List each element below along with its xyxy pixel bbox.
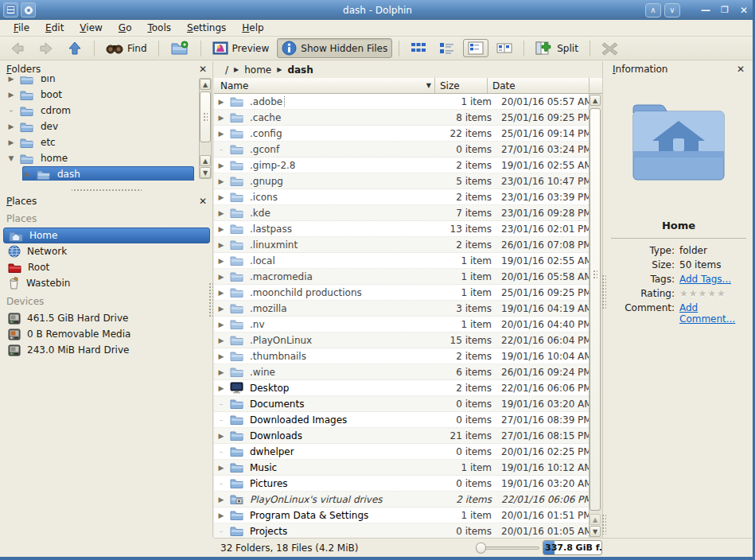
expander-icon[interactable]: ▶ bbox=[214, 98, 225, 106]
details-view-button[interactable] bbox=[463, 39, 488, 57]
file-row[interactable]: ▶.kde7 items23/01/16 09:28 PM bbox=[214, 205, 589, 221]
breadcrumb-current[interactable]: dash bbox=[287, 64, 313, 76]
panel-splitter-handle[interactable] bbox=[0, 187, 213, 193]
file-row[interactable]: ▶.nv1 item20/01/16 04:40 PM bbox=[214, 317, 589, 332]
file-row[interactable]: –Downloaded Images0 items27/01/16 08:39 … bbox=[214, 412, 589, 428]
file-row[interactable]: –Pictures0 items19/01/16 03:20 AM bbox=[214, 476, 589, 492]
menu-tools[interactable]: Tools bbox=[140, 21, 178, 35]
menu-view[interactable]: View bbox=[72, 21, 109, 35]
expander-icon[interactable]: ▶ bbox=[214, 289, 225, 297]
scroll-up-icon[interactable]: ▲ bbox=[590, 95, 601, 106]
scrollbar-thumb[interactable] bbox=[200, 91, 211, 142]
file-row[interactable]: –dwhelper0 items20/01/16 02:25 PM bbox=[214, 444, 589, 460]
zoom-slider-handle[interactable] bbox=[476, 542, 486, 554]
expander-icon[interactable]: ▶ bbox=[214, 305, 225, 313]
expander-icon[interactable]: ▼ bbox=[6, 154, 16, 162]
folder-tree-item-cdrom[interactable]: –cdrom bbox=[6, 103, 197, 119]
file-row[interactable]: ▶.macromedia1 item20/01/16 05:58 AM bbox=[214, 269, 589, 285]
expander-icon[interactable]: ▶ bbox=[214, 384, 225, 392]
expander-icon[interactable]: ▶ bbox=[214, 161, 225, 169]
close-split-button[interactable] bbox=[597, 39, 624, 58]
file-row[interactable]: ▶.local1 item19/01/16 02:55 AM bbox=[214, 253, 589, 269]
columns-view-button[interactable] bbox=[492, 39, 517, 57]
place-item-0-b-removable-media[interactable]: 0 B Removable Media bbox=[3, 326, 210, 342]
expander-icon[interactable]: ▶ bbox=[214, 177, 225, 185]
file-row[interactable]: ▶.wine6 items26/01/16 09:24 PM bbox=[214, 364, 589, 380]
place-item-243-0-mib-hard-drive[interactable]: 243.0 MiB Hard Drive bbox=[3, 342, 210, 358]
back-button[interactable] bbox=[5, 39, 30, 58]
splitter-handle[interactable] bbox=[208, 282, 213, 317]
expander-icon[interactable]: ▶ bbox=[6, 122, 16, 130]
folders-panel-close-icon[interactable]: ✕ bbox=[199, 64, 207, 75]
expander-icon[interactable]: ▶ bbox=[214, 130, 225, 138]
menu-edit[interactable]: Edit bbox=[38, 21, 71, 35]
expander-icon[interactable]: ▶ bbox=[6, 138, 16, 146]
file-row[interactable]: –Documents0 items19/01/16 03:20 AM bbox=[214, 396, 589, 412]
column-header-size[interactable]: Size bbox=[434, 78, 487, 93]
breadcrumb-home[interactable]: home bbox=[244, 64, 271, 76]
file-row[interactable]: ▶Program Data & Settings1 item20/01/16 0… bbox=[214, 508, 589, 523]
expander-icon[interactable]: ▶ bbox=[214, 336, 225, 344]
minimize-button[interactable]: — bbox=[698, 3, 714, 18]
forward-button[interactable] bbox=[33, 39, 59, 58]
new-folder-button[interactable] bbox=[165, 38, 194, 59]
splitter-handle[interactable] bbox=[601, 514, 606, 535]
zoom-slider[interactable] bbox=[476, 542, 539, 554]
add-tags-link[interactable]: Add Tags... bbox=[679, 274, 731, 285]
column-header-date[interactable]: Date bbox=[487, 78, 589, 93]
folder-tree-item-etc[interactable]: ▶etc bbox=[6, 134, 197, 150]
expander-icon[interactable]: ▶ bbox=[214, 114, 225, 122]
split-button[interactable]: Split bbox=[531, 39, 583, 58]
file-row[interactable]: ▶Music1 item19/01/16 10:12 AM bbox=[214, 460, 589, 476]
file-list-scrollbar[interactable]: ▲ ▲ ▼ bbox=[589, 94, 602, 538]
places-panel-close-icon[interactable]: ✕ bbox=[199, 196, 207, 207]
expander-icon[interactable]: ▶ bbox=[214, 241, 225, 249]
expander-icon[interactable]: ▶ bbox=[23, 170, 33, 178]
file-row[interactable]: ▶.cache8 items25/01/16 09:25 PM bbox=[214, 110, 589, 126]
file-row[interactable]: ▶Downloads21 items27/01/16 08:15 PM bbox=[214, 428, 589, 444]
find-button[interactable]: Find bbox=[101, 40, 152, 57]
folder-tree-item-home[interactable]: ▼home bbox=[6, 150, 197, 166]
file-row[interactable]: –Projects0 items20/01/16 01:05 AM bbox=[214, 523, 589, 538]
file-row[interactable]: ▶.config22 items25/01/16 09:14 PM bbox=[214, 126, 589, 142]
folder-tree-item-dev[interactable]: ▶dev bbox=[6, 119, 197, 134]
expander-icon[interactable]: ▶ bbox=[214, 368, 225, 376]
expander-icon[interactable]: ▶ bbox=[214, 257, 225, 265]
maximize-button[interactable]: ❐ bbox=[717, 3, 733, 18]
expander-icon[interactable]: ▶ bbox=[214, 432, 225, 440]
expander-icon[interactable]: ▶ bbox=[214, 225, 225, 233]
place-item-461-5-gib-hard-drive[interactable]: 461.5 GiB Hard Drive bbox=[3, 310, 210, 326]
expander-icon[interactable]: ▶ bbox=[214, 273, 225, 281]
folder-tree-item-dash[interactable]: ▶dash bbox=[22, 166, 194, 181]
expander-icon[interactable]: ▶ bbox=[6, 76, 16, 83]
file-row[interactable]: ▶.adobe1 item20/01/16 05:57 AM bbox=[214, 94, 589, 110]
place-item-home[interactable]: Home bbox=[3, 228, 210, 243]
file-row[interactable]: ▶.PlayOnLinux15 items22/01/16 06:04 PM bbox=[214, 332, 589, 348]
compact-view-button[interactable] bbox=[434, 39, 460, 57]
scroll-up-icon[interactable]: ▲ bbox=[590, 514, 601, 525]
menu-help[interactable]: Help bbox=[235, 21, 270, 35]
splitter-handle[interactable] bbox=[601, 274, 606, 309]
scroll-down-icon[interactable]: ▼ bbox=[590, 526, 601, 537]
menu-settings[interactable]: Settings bbox=[180, 21, 233, 35]
file-row[interactable]: ▶.gnupg5 items23/01/16 10:47 PM bbox=[214, 173, 589, 189]
keep-above-button[interactable]: ∧ bbox=[645, 3, 661, 18]
expander-icon[interactable]: ▶ bbox=[214, 511, 225, 519]
show-hidden-files-button[interactable]: Show Hidden Files bbox=[277, 38, 392, 58]
breadcrumb-root[interactable]: / bbox=[225, 64, 228, 76]
place-item-wastebin[interactable]: Wastebin bbox=[3, 275, 210, 291]
file-row[interactable]: ▶PlayOnLinux's virtual drives2 items22/0… bbox=[214, 492, 589, 508]
file-row[interactable]: ▶.mozilla3 items19/01/16 04:19 AM bbox=[214, 301, 589, 317]
expander-icon[interactable]: ▶ bbox=[214, 496, 225, 504]
file-row[interactable]: ▶.moonchild productions1 item25/01/16 09… bbox=[214, 285, 589, 301]
menu-go[interactable]: Go bbox=[111, 21, 139, 35]
place-item-network[interactable]: Network bbox=[3, 243, 210, 259]
expander-icon[interactable]: ▶ bbox=[214, 321, 225, 329]
title-bar[interactable]: dash - Dolphin ∧ ∨ — ❐ ✕ bbox=[0, 0, 755, 20]
scroll-down-icon[interactable]: ▼ bbox=[200, 167, 211, 178]
preview-button[interactable]: Preview bbox=[208, 39, 274, 57]
expander-icon[interactable]: ▶ bbox=[214, 209, 225, 217]
folder-tree-item-boot[interactable]: ▶boot bbox=[6, 87, 197, 103]
menu-file[interactable]: File bbox=[6, 21, 37, 35]
rating-stars[interactable]: ★★★★★ bbox=[679, 288, 726, 299]
